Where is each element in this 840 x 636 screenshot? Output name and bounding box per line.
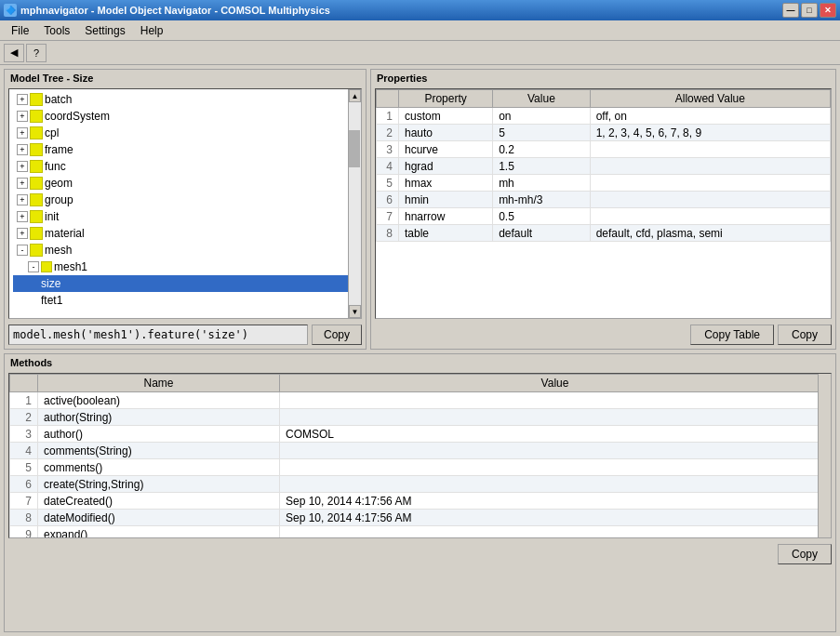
props-value: 0.5 [493, 208, 591, 225]
tree-item-init[interactable]: + init [13, 208, 357, 225]
methods-row[interactable]: 7 dateCreated() Sep 10, 2014 4:17:56 AM [10, 493, 831, 510]
tree-item-frame[interactable]: + frame [13, 141, 357, 158]
methods-row-num: 8 [10, 510, 38, 526]
icon-group [30, 193, 43, 206]
menu-settings[interactable]: Settings [77, 22, 132, 39]
methods-name: author(String) [38, 409, 280, 426]
props-allowed: default, cfd, plasma, semi [590, 225, 830, 242]
props-row[interactable]: 2 hauto 5 1, 2, 3, 4, 5, 6, 7, 8, 9 [377, 125, 831, 141]
scroll-track[interactable] [349, 102, 361, 305]
props-property: hmin [399, 192, 493, 208]
expand-cpl[interactable]: + [17, 127, 28, 139]
props-btn-row: Copy Table Copy [371, 321, 835, 349]
props-copy-button[interactable]: Copy [778, 325, 832, 345]
methods-row[interactable]: 8 dateModified() Sep 10, 2014 4:17:56 AM [10, 510, 831, 526]
expand-geom[interactable]: + [17, 178, 28, 189]
props-property: table [399, 225, 493, 242]
props-table-container: Property Value Allowed Value 1 custom on… [375, 88, 832, 319]
methods-name: comments() [38, 459, 280, 476]
tree-item-material[interactable]: + material [13, 225, 357, 242]
props-row-num: 8 [377, 225, 399, 242]
tree-item-size[interactable]: size [13, 275, 357, 292]
back-button[interactable]: ◀ [4, 44, 24, 62]
tree-item-ftet1[interactable]: ftet1 [13, 292, 357, 309]
methods-row[interactable]: 6 create(String,String) [10, 476, 831, 493]
tree-scrollbar[interactable]: ▲ ▼ [348, 89, 361, 318]
tree-item-geom[interactable]: + geom [13, 175, 357, 192]
menu-help[interactable]: Help [133, 22, 171, 39]
scroll-up[interactable]: ▲ [349, 89, 361, 102]
props-row[interactable]: 4 hgrad 1.5 [377, 158, 831, 175]
expand-coordsystem[interactable]: + [17, 111, 28, 122]
expand-mesh[interactable]: - [17, 245, 28, 256]
tree-item-func[interactable]: + func [13, 158, 357, 175]
props-allowed: 1, 2, 3, 4, 5, 6, 7, 8, 9 [590, 125, 830, 141]
props-allowed [590, 158, 830, 175]
methods-panel: Methods Name Value 1 active(boolean) 2 a… [4, 353, 836, 632]
props-row-num: 4 [377, 158, 399, 175]
methods-value [280, 459, 831, 476]
tree-item-cpl[interactable]: + cpl [13, 125, 357, 141]
props-row[interactable]: 7 hnarrow 0.5 [377, 208, 831, 225]
label-mesh1: mesh1 [54, 260, 87, 273]
command-input[interactable] [8, 325, 308, 345]
tree-item-coordsystem[interactable]: + coordSystem [13, 108, 357, 125]
label-geom: geom [45, 177, 73, 190]
props-row[interactable]: 3 hcurve 0.2 [377, 141, 831, 158]
props-row[interactable]: 6 hmin mh-mh/3 [377, 192, 831, 208]
maximize-button[interactable]: □ [801, 3, 818, 18]
scroll-thumb[interactable] [349, 130, 360, 167]
expand-frame[interactable]: + [17, 144, 28, 155]
methods-row[interactable]: 1 active(boolean) [10, 392, 831, 409]
expand-init[interactable]: + [17, 211, 28, 222]
scroll-down[interactable]: ▼ [349, 305, 361, 318]
methods-name: dateModified() [38, 510, 280, 526]
expand-batch[interactable]: + [17, 94, 28, 105]
menu-tools[interactable]: Tools [36, 22, 77, 39]
methods-name: author() [38, 426, 280, 443]
methods-row[interactable]: 4 comments(String) [10, 443, 831, 459]
methods-btn-row: Copy [5, 540, 835, 568]
toolbar: ◀ ? [0, 41, 840, 65]
window-controls[interactable]: — □ ✕ [782, 3, 836, 18]
methods-row[interactable]: 5 comments() [10, 459, 831, 476]
expand-group[interactable]: + [17, 194, 28, 205]
icon-geom [30, 177, 43, 190]
label-batch: batch [45, 93, 72, 106]
props-value: mh [493, 175, 591, 192]
col-value: Value [493, 90, 591, 108]
tree-copy-button[interactable]: Copy [312, 325, 362, 345]
tree-item-mesh[interactable]: - mesh [13, 242, 357, 258]
methods-row[interactable]: 2 author(String) [10, 409, 831, 426]
methods-title: Methods [5, 354, 835, 371]
minimize-button[interactable]: — [782, 3, 799, 18]
tree-item-group[interactable]: + group [13, 192, 357, 208]
expand-mesh1[interactable]: - [28, 261, 39, 272]
icon-frame [30, 143, 43, 156]
props-allowed [590, 192, 830, 208]
copy-table-button[interactable]: Copy Table [690, 325, 774, 345]
methods-name: comments(String) [38, 443, 280, 459]
props-allowed [590, 141, 830, 158]
props-row[interactable]: 5 hmax mh [377, 175, 831, 192]
label-material: material [45, 227, 85, 240]
props-row[interactable]: 1 custom on off, on [377, 108, 831, 125]
props-row-num: 7 [377, 208, 399, 225]
methods-copy-button[interactable]: Copy [778, 544, 832, 564]
props-property: hcurve [399, 141, 493, 158]
props-row-num: 1 [377, 108, 399, 125]
icon-batch [30, 93, 43, 106]
tree-container[interactable]: + batch + coordSystem + cpl [8, 88, 362, 319]
expand-func[interactable]: + [17, 161, 28, 172]
close-button[interactable]: ✕ [820, 3, 836, 18]
tree-item-batch[interactable]: + batch [13, 91, 357, 108]
help-button[interactable]: ? [26, 44, 47, 62]
methods-row[interactable]: 3 author() COMSOL [10, 426, 831, 443]
expand-material[interactable]: + [17, 228, 28, 239]
window-title: mphnavigator - Model Object Navigator - … [20, 5, 330, 16]
methods-scrollbar[interactable] [818, 374, 831, 537]
menu-file[interactable]: File [4, 22, 36, 39]
props-row[interactable]: 8 table default default, cfd, plasma, se… [377, 225, 831, 242]
tree-item-mesh1[interactable]: - mesh1 [13, 258, 357, 275]
methods-row[interactable]: 9 expand() [10, 526, 831, 539]
